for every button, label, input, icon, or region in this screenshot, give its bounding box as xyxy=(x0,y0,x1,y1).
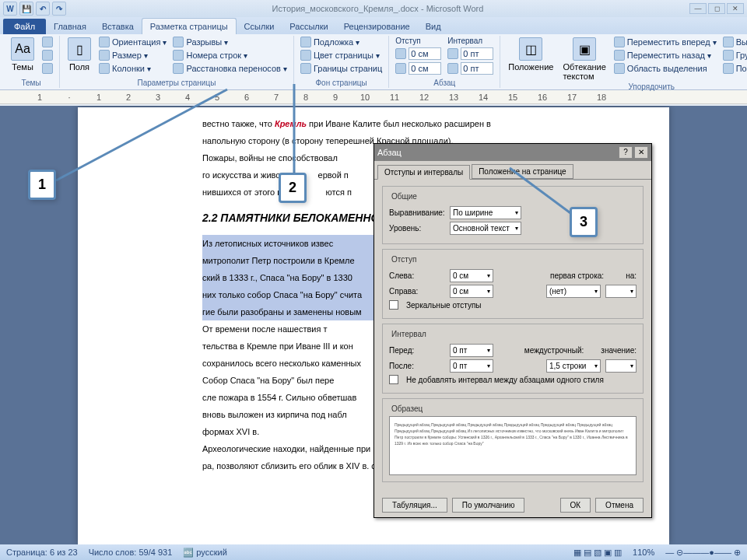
tab-line-page-breaks[interactable]: Положение на странице xyxy=(472,164,573,179)
zoom-slider[interactable]: — ⊝———●—— ⊕ xyxy=(665,548,741,558)
fieldset-indent: Отступ Слева: 0 см первая строка: на: Сп… xyxy=(382,249,644,319)
dialog-buttons: Табуляция... По умолчанию ОК Отмена xyxy=(374,493,651,517)
window-title: История_московского_Кремля_.docx - Micro… xyxy=(66,4,689,13)
mirror-indents-checkbox[interactable] xyxy=(389,300,398,310)
indent-left-input[interactable]: 0 см xyxy=(409,47,441,60)
outline-level-label: Уровень: xyxy=(389,224,445,233)
page-color-button[interactable]: Цвет страницы▾ xyxy=(299,49,384,61)
after-field[interactable]: 0 пт xyxy=(450,359,493,373)
theme-colors-icon[interactable] xyxy=(40,36,54,48)
alignment-dropdown[interactable]: По ширине xyxy=(450,206,521,219)
minimize-icon[interactable]: — xyxy=(689,3,707,14)
page-borders-button[interactable]: Границы страниц xyxy=(299,62,384,75)
first-line-label: первая строка: xyxy=(550,271,604,280)
send-backward-button[interactable]: Переместить назад▾ xyxy=(612,49,718,61)
align-button[interactable]: Выровнять▾ xyxy=(721,36,747,48)
callout-2: 2 xyxy=(279,173,307,203)
selection-pane-button[interactable]: Область выделения xyxy=(612,62,718,75)
save-icon[interactable]: 💾 xyxy=(19,2,33,16)
before-field[interactable]: 0 пт xyxy=(450,344,493,357)
group-page-background: Подложка▾ Цвет страницы▾ Границы страниц… xyxy=(294,36,389,88)
status-page[interactable]: Страница: 6 из 23 xyxy=(6,548,78,557)
group-button[interactable]: Группировать▾ xyxy=(721,49,747,61)
tab-view[interactable]: Вид xyxy=(418,19,449,34)
wrap-text-button[interactable]: ▣Обтекание текстом xyxy=(559,36,608,82)
group-arrange: ◫Положение ▣Обтекание текстом Переместит… xyxy=(500,36,747,88)
spacing-after-icon xyxy=(447,63,458,74)
breaks-button[interactable]: Разрывы▾ xyxy=(171,36,288,48)
undo-icon[interactable]: ↶ xyxy=(36,2,50,16)
status-bar: Страница: 6 из 23 Число слов: 59/4 931 🔤… xyxy=(0,544,747,560)
window-controls: — ◻ ✕ xyxy=(689,3,744,14)
dialog-titlebar[interactable]: Абзац ? ✕ xyxy=(374,144,651,161)
callout-1: 1 xyxy=(28,170,56,200)
watermark-button[interactable]: Подложка▾ xyxy=(299,36,384,48)
line-spacing-dropdown[interactable]: 1,5 строки xyxy=(546,359,601,373)
word-icon[interactable]: W xyxy=(3,2,17,16)
tabs-button[interactable]: Табуляция... xyxy=(382,498,447,513)
tab-mailings[interactable]: Рассылки xyxy=(282,19,335,34)
view-buttons[interactable]: ▦ ▤ ▧ ▣ ▥ xyxy=(573,548,622,558)
cancel-button[interactable]: Отмена xyxy=(595,498,644,513)
spacing-after-input[interactable]: 0 пт xyxy=(461,62,493,75)
margins-button[interactable]: ▯Поля xyxy=(65,36,94,73)
tab-review[interactable]: Рецензирование xyxy=(336,19,418,34)
position-button[interactable]: ◫Положение xyxy=(505,36,556,73)
indent-right-field[interactable]: 0 см xyxy=(450,285,493,298)
after-label: После: xyxy=(389,362,445,370)
fieldset-preview: Образец Предыдущий абзац Предыдущий абза… xyxy=(382,398,644,482)
ribbon: AaТемы Темы ▯Поля Ориентация▾ Размер▾ Ко… xyxy=(0,34,747,90)
columns-button[interactable]: Колонки▾ xyxy=(97,62,168,75)
dialog-tabs: Отступы и интервалы Положение на страниц… xyxy=(374,161,651,180)
horizontal-ruler[interactable]: 1·123456789101112131415161718 xyxy=(0,90,747,104)
spacing-before-input[interactable]: 0 пт xyxy=(461,47,493,60)
tab-file[interactable]: Файл xyxy=(3,19,46,34)
indent-right-input[interactable]: 0 см xyxy=(409,62,441,75)
indent-right-icon xyxy=(395,63,406,74)
title-bar: W 💾 ↶ ↷ История_московского_Кремля_.docx… xyxy=(0,0,747,17)
at-label: значение: xyxy=(601,346,637,355)
ok-button[interactable]: ОК xyxy=(560,498,591,513)
callout-3: 3 xyxy=(570,207,598,237)
special-indent-dropdown[interactable]: (нет) xyxy=(546,285,601,298)
line-numbers-button[interactable]: Номера строк▾ xyxy=(171,49,288,61)
status-words[interactable]: Число слов: 59/4 931 xyxy=(89,548,173,557)
indent-left-field[interactable]: 0 см xyxy=(450,269,493,282)
close-icon[interactable]: ✕ xyxy=(727,3,744,14)
dialog-title: Абзац xyxy=(377,148,402,157)
zoom-level[interactable]: 110% xyxy=(633,548,654,557)
rotate-button[interactable]: Повернуть▾ xyxy=(721,62,747,75)
default-button[interactable]: По умолчанию xyxy=(452,498,525,513)
maximize-icon[interactable]: ◻ xyxy=(708,3,725,14)
size-button[interactable]: Размер▾ xyxy=(97,49,168,61)
no-space-same-style-checkbox[interactable] xyxy=(389,375,398,384)
status-language[interactable]: 🔤 русский xyxy=(183,548,227,558)
tab-page-layout[interactable]: Разметка страницы xyxy=(142,18,237,34)
paragraph-dialog: Абзац ? ✕ Отступы и интервалы Положение … xyxy=(374,143,652,518)
alignment-label: Выравнивание: xyxy=(389,208,445,217)
bring-forward-button[interactable]: Переместить вперед▾ xyxy=(612,36,718,48)
themes-button[interactable]: AaТемы xyxy=(8,36,37,73)
fieldset-general: Общие Выравнивание:По ширине Уровень:Осн… xyxy=(382,186,644,244)
indent-left-label: Слева: xyxy=(389,271,445,280)
dialog-help-icon[interactable]: ? xyxy=(619,146,633,159)
theme-effects-icon[interactable] xyxy=(40,62,54,75)
theme-fonts-icon[interactable] xyxy=(40,49,54,61)
indent-right-label: Справа: xyxy=(389,287,445,296)
fieldset-spacing: Интервал Перед: 0 пт междустрочный: знач… xyxy=(382,324,644,394)
by-label: на: xyxy=(626,271,637,280)
outline-level-dropdown[interactable]: Основной текст xyxy=(450,222,521,235)
redo-icon[interactable]: ↷ xyxy=(52,2,66,16)
group-page-setup: ▯Поля Ориентация▾ Размер▾ Колонки▾ Разры… xyxy=(60,36,294,88)
quick-access-toolbar: W 💾 ↶ ↷ xyxy=(3,2,66,16)
orientation-button[interactable]: Ориентация▾ xyxy=(97,36,168,48)
tab-indents-spacing[interactable]: Отступы и интервалы xyxy=(377,165,470,180)
tab-references[interactable]: Ссылки xyxy=(237,19,282,34)
tab-home[interactable]: Главная xyxy=(46,19,94,34)
by-field[interactable] xyxy=(605,285,637,298)
tab-insert[interactable]: Вставка xyxy=(94,19,142,34)
dialog-close-icon[interactable]: ✕ xyxy=(634,146,648,159)
preview-pane: Предыдущий абзац Предыдущий абзац Предыд… xyxy=(389,416,637,475)
at-field[interactable] xyxy=(605,359,637,373)
hyphenation-button[interactable]: Расстановка переносов▾ xyxy=(171,62,288,75)
